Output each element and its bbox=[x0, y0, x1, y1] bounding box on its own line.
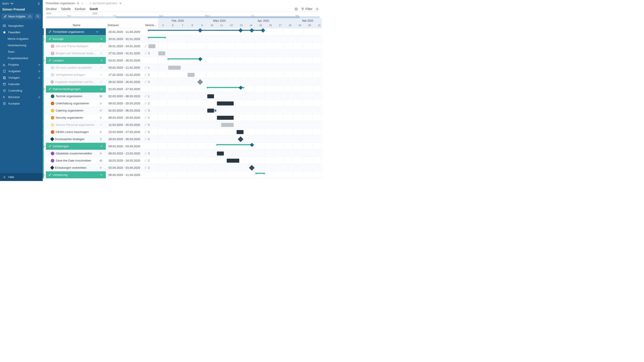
nav-kontakte[interactable]: Kontakte bbox=[0, 100, 43, 107]
gantt-row[interactable]: Firmenfeier organisieren20.01.2020 - 11.… bbox=[43, 28, 322, 35]
nav-controlling[interactable]: Controlling bbox=[0, 87, 43, 94]
gantt-cell[interactable] bbox=[158, 57, 322, 64]
task-name-cell[interactable]: Einladungen bbox=[46, 143, 106, 150]
gantt-cell[interactable] bbox=[158, 107, 322, 114]
task-name-cell[interactable]: Konzept bbox=[46, 35, 106, 42]
gantt-row[interactable]: Gästeliste zusammenstellen09.03.2020 - 1… bbox=[43, 150, 322, 157]
gantt-cell[interactable] bbox=[158, 121, 322, 128]
plus-icon[interactable]: ⊕ bbox=[38, 76, 40, 79]
gantt-bar[interactable] bbox=[188, 73, 194, 77]
nav-aufgaben[interactable]: Aufgaben⊕ bbox=[0, 68, 43, 74]
task-name-cell[interactable]: Security organisieren bbox=[46, 114, 106, 121]
edit-icon[interactable] bbox=[48, 145, 52, 148]
new-task-button[interactable]: Neue Aufgabe (0) bbox=[2, 13, 33, 19]
gantt-row[interactable]: 1Konzept20.01.2020 - 31.01.2020 bbox=[43, 35, 322, 43]
gantt-cell[interactable] bbox=[158, 164, 322, 171]
gantt-cell[interactable] bbox=[158, 86, 322, 92]
plus-icon[interactable]: ⊕ bbox=[38, 69, 40, 73]
task-name-cell[interactable]: Gästeliste zusammenstellen bbox=[46, 150, 106, 157]
gantt-cell[interactable] bbox=[158, 114, 322, 121]
gantt-row[interactable]: Angebote vergleichen und bu…26.02.2020 -… bbox=[43, 78, 322, 86]
add-circle-icon[interactable] bbox=[294, 7, 298, 11]
edit-icon[interactable] bbox=[48, 30, 52, 34]
gantt-cell[interactable] bbox=[158, 71, 322, 78]
gantt-bar[interactable] bbox=[227, 159, 239, 163]
row-actions[interactable] bbox=[104, 145, 106, 148]
gantt-bar[interactable] bbox=[207, 87, 244, 89]
gantt-row[interactable]: Einladungen vorbereiten03.04.2020 - 03.0… bbox=[43, 164, 322, 171]
gantt-bar[interactable] bbox=[217, 151, 224, 156]
nav-vorlagen[interactable]: Vorlagen⊕ bbox=[0, 74, 43, 81]
row-actions[interactable] bbox=[100, 73, 106, 76]
gantt-bar[interactable] bbox=[148, 44, 156, 48]
gantt-row[interactable]: Budget und Teilnehmer festle…27.01.2020 … bbox=[43, 50, 322, 57]
filter-button[interactable]: Filter bbox=[301, 7, 312, 11]
row-actions[interactable] bbox=[100, 45, 106, 48]
gantt-cell[interactable] bbox=[158, 78, 322, 85]
row-actions[interactable] bbox=[99, 159, 106, 162]
tab-kanban[interactable]: Kanban bbox=[75, 6, 86, 12]
gantt-bar[interactable] bbox=[168, 58, 202, 60]
plus-icon[interactable]: ⊕ bbox=[38, 63, 40, 66]
row-actions[interactable] bbox=[100, 102, 106, 105]
gantt-cell[interactable] bbox=[158, 93, 322, 100]
pin-icon[interactable] bbox=[81, 2, 84, 5]
gantt-row[interactable]: 4Einladungen09.03.2020 - 03.04.2020 bbox=[43, 143, 322, 150]
gear-icon[interactable] bbox=[316, 7, 319, 11]
gantt-cell[interactable] bbox=[158, 128, 322, 135]
breadcrumb-title[interactable]: Firmenfeier organisieren - 9 bbox=[46, 2, 79, 5]
gantt-bar[interactable] bbox=[168, 66, 181, 70]
chevron-down-icon[interactable] bbox=[100, 173, 102, 177]
tab-tabelle[interactable]: Tabelle bbox=[61, 6, 71, 12]
task-name-cell[interactable]: Angebote vergleichen und bu… bbox=[46, 78, 106, 85]
tab-gantt[interactable]: Gantt bbox=[90, 6, 98, 12]
row-actions[interactable] bbox=[100, 116, 106, 119]
gantt-cell[interactable] bbox=[158, 64, 322, 71]
gantt-row[interactable]: Security organisieren09.03.2020 - 20.03.… bbox=[43, 114, 322, 121]
row-actions[interactable] bbox=[100, 66, 106, 69]
nav-team[interactable]: Team bbox=[0, 48, 43, 55]
gantt-cell[interactable] bbox=[158, 136, 322, 143]
chevron-down-icon[interactable] bbox=[100, 59, 102, 62]
col-verknuepfung[interactable]: Verknüpfungen bbox=[145, 23, 158, 27]
gantt-row[interactable]: Technik organisieren02.03.2020 - 06.03.2… bbox=[43, 93, 322, 100]
user-name[interactable]: Simon Freund bbox=[0, 7, 43, 13]
gantt-bar[interactable] bbox=[148, 37, 165, 39]
save-favorite[interactable]: als Favorit speichern bbox=[89, 2, 118, 5]
gantt-cell[interactable] bbox=[158, 143, 322, 150]
gantt-row[interactable]: Verfügbarkeit anfragen17.02.2020 - 21.02… bbox=[43, 71, 322, 78]
task-name-cell[interactable]: Einladungen vorbereiten bbox=[46, 164, 106, 171]
row-actions[interactable] bbox=[100, 130, 106, 134]
nav-favoriten[interactable]: Favoriten bbox=[0, 29, 43, 35]
plus-icon[interactable]: ⊕ bbox=[38, 95, 40, 99]
row-actions[interactable] bbox=[100, 166, 106, 169]
task-name-cell[interactable]: Unterhaltung organisieren bbox=[46, 100, 106, 107]
nav-projektueberblick[interactable]: Projektüberblick bbox=[0, 55, 43, 61]
row-actions[interactable] bbox=[100, 152, 106, 155]
gantt-row[interactable]: Drucksachen festlegen26.03.2020 - 26.03.… bbox=[43, 136, 322, 143]
task-name-cell[interactable]: Service Personal organisieren bbox=[46, 121, 106, 128]
gantt-bar[interactable] bbox=[207, 94, 214, 98]
brand-menu[interactable]: factro bbox=[2, 2, 14, 5]
task-name-cell[interactable]: Budget und Teilnehmer festle… bbox=[46, 50, 106, 57]
col-zeitraum[interactable]: Zeitraum bbox=[107, 23, 145, 27]
task-name-cell[interactable]: Firmenfeier organisieren bbox=[46, 28, 106, 35]
search-button[interactable] bbox=[35, 13, 41, 19]
gantt-cell[interactable] bbox=[158, 150, 322, 157]
gantt-bar[interactable] bbox=[148, 30, 263, 32]
gantt-cell[interactable] bbox=[158, 43, 322, 50]
nav-projekte[interactable]: Projekte⊕ bbox=[0, 61, 43, 68]
row-actions[interactable] bbox=[104, 37, 106, 41]
row-actions[interactable] bbox=[100, 138, 106, 141]
gantt-bar[interactable] bbox=[158, 51, 165, 55]
gantt-cell[interactable] bbox=[158, 157, 322, 164]
chevron-down-icon[interactable] bbox=[96, 30, 98, 33]
row-actions[interactable] bbox=[100, 80, 106, 84]
row-actions[interactable] bbox=[100, 123, 106, 126]
nav-neuigkeiten[interactable]: Neuigkeiten bbox=[0, 22, 43, 29]
edit-icon[interactable] bbox=[48, 173, 52, 177]
gantt-row[interactable]: 3Rahmenbedingungen02.03.2020 - 27.03.202… bbox=[43, 86, 322, 93]
row-actions[interactable] bbox=[99, 95, 106, 98]
gantt-bar[interactable] bbox=[236, 130, 244, 134]
timeline-scale[interactable]: Feb. 2020März 2020Apr. 2020Mai 2020 5678… bbox=[158, 18, 322, 28]
